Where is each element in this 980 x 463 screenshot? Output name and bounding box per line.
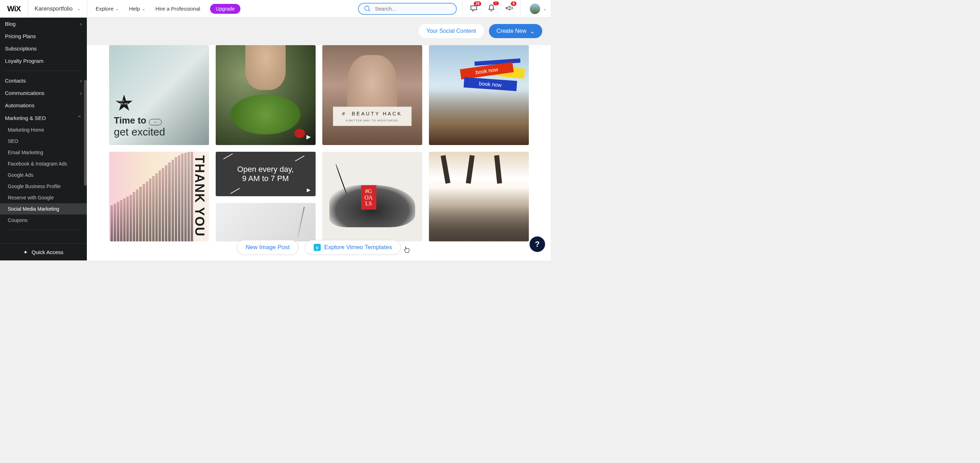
notifications-icon[interactable]: !	[488, 4, 495, 13]
template-text: THANK YOU	[192, 155, 207, 237]
template-headline: Time to → get excited	[114, 115, 165, 138]
decorative-image	[231, 95, 301, 134]
decorative-image	[494, 155, 502, 183]
decorative-line	[223, 154, 233, 159]
main-content: Your Social Content Create New ⌄ Don't m…	[87, 18, 551, 261]
sidebar-sub-coupons[interactable]: Coupons	[0, 215, 87, 226]
play-icon: ▶	[306, 134, 311, 140]
decorative-image	[441, 155, 450, 183]
sidebar-sub-reserve-google[interactable]: Reserve with Google	[0, 192, 87, 203]
decorative-image	[245, 45, 285, 90]
sparkle-icon: ✦	[23, 249, 28, 256]
sidebar-sub-fb-ig-ads[interactable]: Facebook & Instagram Ads	[0, 158, 87, 169]
sidebar-sub-marketing-home[interactable]: Marketing Home	[0, 124, 87, 135]
chevron-down-icon: ⌄	[142, 6, 145, 11]
search-input[interactable]	[375, 6, 451, 12]
quick-access-button[interactable]: ✦ Quick Access	[0, 243, 87, 261]
decorative-image	[294, 129, 305, 138]
sidebar-sub-seo[interactable]: SEO	[0, 135, 87, 147]
sidebar-item-blog[interactable]: Blog›	[0, 18, 87, 30]
chevron-right-icon: ›	[80, 21, 82, 27]
templates-grid: Don't miss out Time to → get excited ▶ #	[87, 45, 551, 241]
wix-logo[interactable]: WiX	[0, 0, 28, 17]
sidebar: Blog› Pricing Plans Subscriptions Loyalt…	[0, 18, 87, 261]
template-banner: # BEAUTY HACK A BETTER WAY TO MOISTURIZE	[333, 107, 412, 126]
action-bar: Your Social Content Create New ⌄	[419, 24, 542, 38]
chevron-up-icon: ⌃	[77, 115, 82, 121]
search-icon	[364, 5, 371, 13]
divider	[5, 229, 82, 230]
create-new-button[interactable]: Create New ⌄	[489, 24, 542, 38]
help-fab[interactable]: ?	[530, 236, 545, 252]
sidebar-sub-google-business[interactable]: Google Business Profile	[0, 181, 87, 192]
avatar	[530, 3, 540, 14]
decorative-image	[429, 90, 529, 145]
template-tag: #G OA LS	[361, 185, 376, 210]
play-icon: ▶	[307, 187, 311, 193]
decorative-line	[295, 156, 304, 162]
template-card[interactable]: ▶	[216, 45, 316, 145]
sidebar-item-loyalty[interactable]: Loyalty Program	[0, 55, 87, 67]
chevron-down-icon: ⌄	[115, 6, 119, 11]
sidebar-item-subscriptions[interactable]: Subscriptions	[0, 42, 87, 55]
ticket-label: book now	[463, 77, 517, 91]
vimeo-icon: v	[313, 244, 321, 251]
template-card[interactable]: THANK YOU	[109, 152, 209, 241]
upgrade-button[interactable]: Upgrade	[210, 4, 240, 14]
sidebar-item-marketing-seo[interactable]: Marketing & SEO⌃	[0, 111, 87, 124]
top-icons: 29 ! 8	[463, 0, 520, 17]
announce-badge: 8	[511, 2, 517, 6]
decorative-image	[429, 188, 529, 241]
nav-help[interactable]: Help⌄	[129, 6, 145, 12]
bottom-actions: New Image Post v Explore Vimeo Templates	[237, 240, 401, 255]
template-text: Open every day,	[237, 165, 294, 174]
new-image-post-button[interactable]: New Image Post	[237, 240, 299, 255]
decorative-image	[466, 155, 474, 183]
sidebar-sub-email-marketing[interactable]: Email Marketing	[0, 147, 87, 158]
sidebar-item-contacts[interactable]: Contacts›	[0, 75, 87, 87]
template-text: 9 AM to 7 PM	[242, 174, 289, 183]
decorative-bars	[109, 152, 195, 241]
template-card[interactable]: book now book now	[429, 45, 529, 145]
arrow-icon: →	[149, 119, 162, 125]
nav-explore[interactable]: Explore⌄	[95, 6, 119, 12]
sidebar-item-pricing[interactable]: Pricing Plans	[0, 30, 87, 42]
your-social-content-button[interactable]: Your Social Content	[419, 24, 484, 38]
account-menu[interactable]: ⌄	[520, 0, 546, 17]
template-card[interactable]: Don't miss out Time to → get excited	[109, 45, 209, 145]
template-card[interactable]	[216, 203, 316, 241]
alert-badge: !	[493, 2, 499, 5]
site-selector[interactable]: Karensportfolio ⌄	[28, 0, 87, 17]
svg-line-1	[369, 10, 370, 11]
template-card[interactable]	[429, 152, 529, 241]
sidebar-sub-google-ads[interactable]: Google Ads	[0, 169, 87, 181]
chevron-down-icon: ⌄	[77, 6, 81, 11]
nav-hire[interactable]: Hire a Professional	[155, 6, 200, 12]
inbox-icon[interactable]: 29	[470, 4, 478, 13]
topbar: WiX Karensportfolio ⌄ Explore⌄ Help⌄ Hir…	[0, 0, 551, 18]
inbox-badge: 29	[474, 2, 481, 6]
announcements-icon[interactable]: 8	[505, 4, 513, 13]
templates-area: Don't miss out Time to → get excited ▶ #	[87, 45, 551, 261]
explore-vimeo-button[interactable]: v Explore Vimeo Templates	[305, 240, 401, 255]
sidebar-sub-social-media[interactable]: Social Media Marketing	[0, 203, 87, 215]
template-card[interactable]: Open every day, 9 AM to 7 PM ▶	[216, 152, 316, 196]
chevron-down-icon: ⌄	[530, 28, 535, 35]
sidebar-item-automations[interactable]: Automations	[0, 99, 87, 111]
template-card[interactable]: #G OA LS	[322, 152, 422, 241]
decorative-line	[297, 207, 305, 238]
search-box[interactable]	[358, 3, 457, 15]
chevron-down-icon: ⌄	[543, 6, 546, 11]
top-nav: Explore⌄ Help⌄ Hire a Professional Upgra…	[87, 4, 249, 14]
site-name: Karensportfolio	[35, 6, 73, 12]
scrollbar-thumb[interactable]	[84, 80, 87, 186]
chevron-right-icon: ›	[80, 90, 82, 96]
badge-text: Don't miss out	[118, 100, 128, 105]
sidebar-item-communications[interactable]: Communications›	[0, 87, 87, 99]
svg-point-0	[365, 6, 369, 10]
decorative-line	[230, 188, 240, 194]
template-card[interactable]: # BEAUTY HACK A BETTER WAY TO MOISTURIZE	[322, 45, 422, 145]
chevron-right-icon: ›	[80, 78, 82, 84]
